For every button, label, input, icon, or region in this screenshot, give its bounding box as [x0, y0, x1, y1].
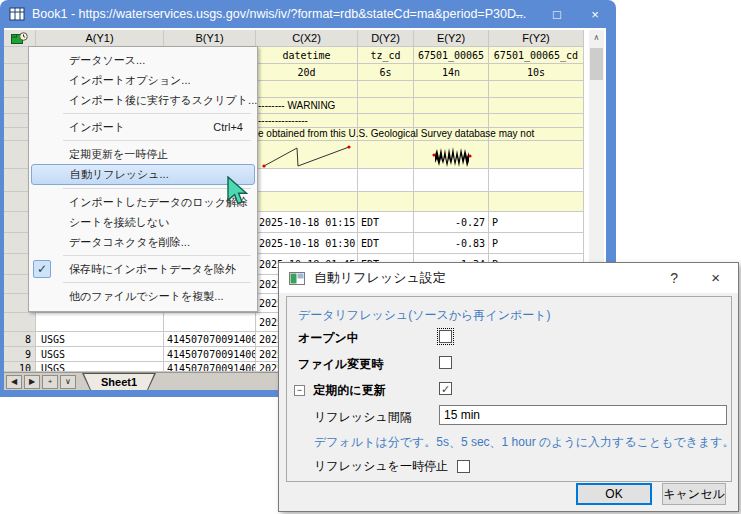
- cell-tz[interactable]: EDT: [358, 233, 414, 253]
- row-number[interactable]: 8: [4, 332, 36, 346]
- ok-button[interactable]: OK: [576, 483, 652, 505]
- cell-datetime[interactable]: 2025-10-18 01:30: [256, 233, 358, 253]
- menu-item-duplicate-sheet-other-file[interactable]: 他のファイルでシートを複製...: [29, 286, 257, 306]
- cell-site[interactable]: 414507070091400: [164, 362, 256, 371]
- dialog-titlebar[interactable]: 自動リフレッシュ設定 ? ×: [279, 263, 738, 293]
- cell-tz[interactable]: EDT: [358, 212, 414, 232]
- close-button[interactable]: ×: [588, 7, 602, 22]
- cell[interactable]: [414, 98, 489, 113]
- cell[interactable]: [414, 81, 489, 97]
- menu-item-label: 他のファイルでシートを複製...: [69, 290, 224, 302]
- cell[interactable]: [414, 192, 489, 211]
- book1-titlebar[interactable]: Book1 - https://waterservices.usgs.gov/n…: [0, 0, 616, 28]
- menu-item-label: インポート後に実行するスクリプト...: [69, 94, 257, 106]
- cell[interactable]: [414, 169, 489, 191]
- cancel-button[interactable]: キャンセル: [662, 483, 726, 505]
- menu-item-label: 自動リフレッシュ...: [70, 168, 169, 180]
- cell-agency[interactable]: USGS: [36, 362, 164, 371]
- menu-item-remove-data-connector[interactable]: データコネクタを削除...: [29, 232, 257, 252]
- cell-site[interactable]: 414507070091400: [164, 332, 256, 346]
- sheet-nav-left-icon[interactable]: ◀: [6, 375, 22, 389]
- cell[interactable]: [414, 141, 489, 168]
- menu-item-label: データソース...: [69, 54, 145, 66]
- cell[interactable]: [489, 81, 584, 97]
- cell-site[interactable]: 414507070091400: [164, 347, 256, 361]
- cell-datetime[interactable]: 2025-10-18 01:15: [256, 212, 358, 232]
- cell[interactable]: [358, 169, 414, 191]
- refresh-interval-input[interactable]: [439, 405, 727, 425]
- row-number[interactable]: 10: [4, 362, 36, 371]
- on-file-change-label: ファイル変更時: [298, 356, 383, 373]
- menu-item-pause-periodic-update[interactable]: 定期更新を一時停止: [29, 144, 257, 164]
- cell-value[interactable]: -0.27: [414, 212, 489, 232]
- cell[interactable]: 67501_00065: [414, 47, 489, 63]
- cell[interactable]: [36, 313, 164, 331]
- cell[interactable]: [489, 114, 584, 127]
- cell-code[interactable]: P: [489, 212, 584, 232]
- cell-agency[interactable]: USGS: [36, 347, 164, 361]
- menu-item-post-import-script[interactable]: インポート後に実行するスクリプト...: [29, 90, 257, 110]
- cell[interactable]: [256, 169, 358, 191]
- mouse-cursor-icon: [227, 176, 249, 206]
- on-open-checkbox[interactable]: [439, 330, 452, 343]
- cell[interactable]: [489, 141, 584, 168]
- menu-item-label: インポート: [69, 121, 125, 133]
- cell[interactable]: [358, 98, 414, 113]
- dialog-close-button[interactable]: ×: [711, 269, 720, 286]
- cell[interactable]: [414, 114, 489, 127]
- menu-separator: [63, 282, 251, 283]
- column-header[interactable]: F(Y2): [489, 30, 584, 46]
- column-header[interactable]: B(Y1): [164, 30, 256, 46]
- corner-cell[interactable]: [4, 30, 36, 46]
- cell-code[interactable]: P: [489, 233, 584, 253]
- collapse-icon[interactable]: −: [294, 385, 305, 396]
- cell[interactable]: 14n: [414, 64, 489, 80]
- scroll-up-icon[interactable]: ∧: [589, 30, 604, 46]
- cell[interactable]: [489, 98, 584, 113]
- menu-item-exclude-import-data-on-save[interactable]: ✓ 保存時にインポートデータを除外: [29, 259, 257, 279]
- cell[interactable]: datetime: [256, 47, 358, 63]
- sheet-nav-right-icon[interactable]: ▶: [24, 375, 40, 389]
- scrollbar-thumb[interactable]: [590, 48, 603, 80]
- menu-item-unlock-imported-data[interactable]: インポートしたデータのロック解除: [29, 192, 257, 212]
- cell[interactable]: 6s: [358, 64, 414, 80]
- cell[interactable]: [256, 141, 358, 168]
- auto-refresh-settings-dialog: 自動リフレッシュ設定 ? × データリフレッシュ(ソースから再インポート) オー…: [278, 262, 739, 512]
- tab-sheet1[interactable]: Sheet1: [82, 373, 156, 390]
- column-header[interactable]: D(Y2): [358, 30, 414, 46]
- cell[interactable]: [358, 141, 414, 168]
- column-header[interactable]: E(Y2): [414, 30, 489, 46]
- column-header[interactable]: A(Y1): [36, 30, 164, 46]
- cell[interactable]: [358, 192, 414, 211]
- cell[interactable]: tz_cd: [358, 47, 414, 63]
- cell[interactable]: [256, 81, 358, 97]
- menu-item-disconnect-sheet[interactable]: シートを接続しない: [29, 212, 257, 232]
- add-sheet-icon[interactable]: +: [42, 375, 58, 389]
- cell[interactable]: [256, 192, 358, 211]
- row-header[interactable]: [4, 313, 36, 331]
- cell[interactable]: 10s: [489, 64, 584, 80]
- column-header[interactable]: C(X2): [256, 30, 358, 46]
- maximize-button[interactable]: □: [550, 7, 564, 22]
- cell[interactable]: [489, 192, 584, 211]
- sheet-list-icon[interactable]: ∨: [60, 375, 76, 389]
- cell[interactable]: [489, 169, 584, 191]
- menu-item-import-options[interactable]: インポートオプション...: [29, 70, 257, 90]
- periodic-update-checkbox[interactable]: ✓: [439, 382, 452, 395]
- cell[interactable]: [358, 114, 414, 127]
- on-file-change-checkbox[interactable]: [439, 356, 452, 369]
- row-number[interactable]: 9: [4, 347, 36, 361]
- cell[interactable]: [164, 313, 256, 331]
- cell[interactable]: 67501_00065_cd: [489, 47, 584, 63]
- menu-separator: [63, 255, 251, 256]
- minimize-button[interactable]: –: [512, 7, 526, 22]
- menu-item-auto-refresh[interactable]: 自動リフレッシュ...: [31, 164, 255, 185]
- menu-item-import[interactable]: インポート Ctrl+4: [29, 117, 257, 137]
- pause-refresh-checkbox[interactable]: [457, 460, 470, 473]
- cell[interactable]: 20d: [256, 64, 358, 80]
- cell-value[interactable]: -0.83: [414, 233, 489, 253]
- help-button[interactable]: ?: [670, 270, 678, 286]
- cell-agency[interactable]: USGS: [36, 332, 164, 346]
- menu-item-data-source[interactable]: データソース...: [29, 50, 257, 70]
- cell[interactable]: [358, 81, 414, 97]
